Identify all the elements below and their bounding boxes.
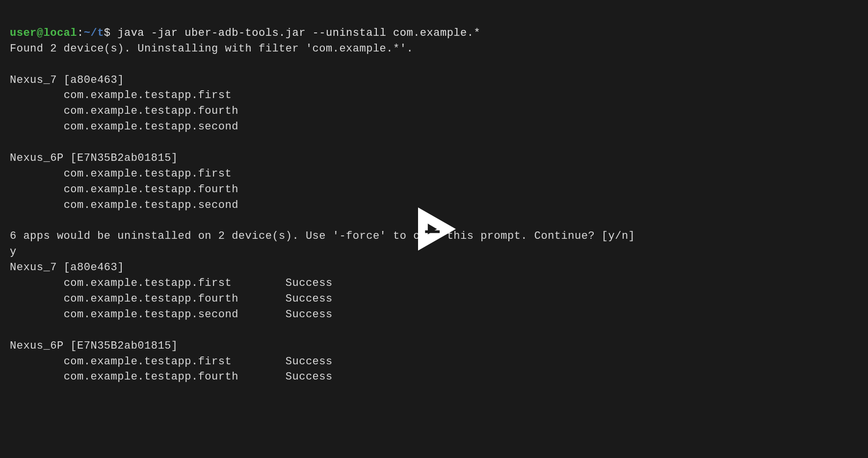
result1-package-status: com.example.testapp.first Success <box>64 277 333 289</box>
device1-package: com.example.testapp.second <box>64 121 238 133</box>
device2-package: com.example.testapp.first <box>64 168 232 180</box>
device1-header: Nexus_7 [a80e463] <box>10 74 124 86</box>
device2-package: com.example.testapp.fourth <box>64 183 238 196</box>
play-button[interactable] <box>407 202 461 256</box>
found-devices-line: Found 2 device(s). Uninstalling with fil… <box>10 43 413 55</box>
device1-package: com.example.testapp.fourth <box>64 105 238 117</box>
command-text: java -jar uber-adb-tools.jar --uninstall… <box>117 27 480 39</box>
prompt-dollar: $ <box>104 27 111 39</box>
confirm-prompt: 6 apps would be uninstalled on 2 device(… <box>10 230 635 242</box>
prompt-colon: : <box>77 27 84 39</box>
result1-package-status: com.example.testapp.second Success <box>64 308 333 321</box>
device1-package: com.example.testapp.first <box>64 89 232 102</box>
user-answer: y <box>10 246 17 258</box>
play-icon <box>407 202 461 256</box>
result1-header: Nexus_7 [a80e463] <box>10 261 124 274</box>
device2-package: com.example.testapp.second <box>64 199 238 211</box>
terminal-output: user@local:~/t$ java -jar uber-adb-tools… <box>10 10 858 385</box>
result2-header: Nexus_6P [E7N35B2ab01815] <box>10 340 178 352</box>
prompt-user: user@local <box>10 27 77 39</box>
device2-header: Nexus_6P [E7N35B2ab01815] <box>10 152 178 164</box>
prompt-path: ~/t <box>84 27 104 39</box>
result2-package-status: com.example.testapp.fourth Success <box>64 371 333 383</box>
result1-package-status: com.example.testapp.fourth Success <box>64 293 333 305</box>
result2-package-status: com.example.testapp.first Success <box>64 356 333 368</box>
